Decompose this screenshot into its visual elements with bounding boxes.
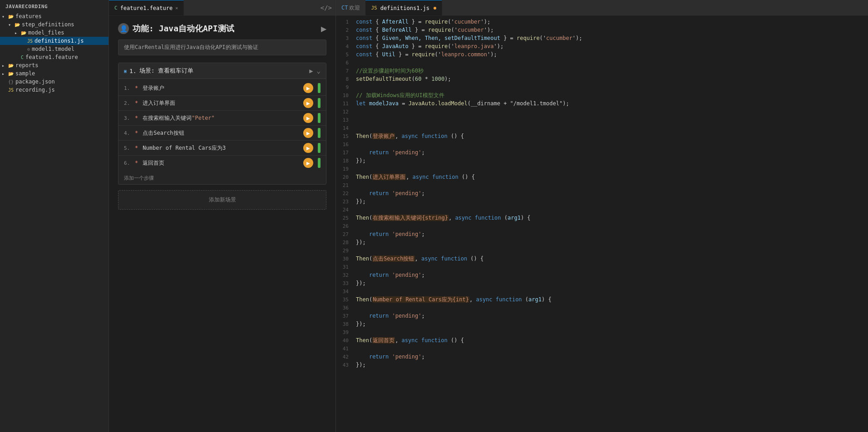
sidebar-item-model1[interactable]: ⊙model1.tmodel <box>0 45 108 53</box>
step-item[interactable]: 6.*返回首页▶ <box>118 156 326 170</box>
step-asterisk: * <box>135 145 138 151</box>
step-number: 1. <box>124 85 131 91</box>
step-run-button[interactable]: ▶ <box>303 98 313 108</box>
ct-icon: CT <box>341 5 348 11</box>
run-scenario-button[interactable]: ▶ <box>309 67 313 74</box>
sidebar-item-recording_js[interactable]: JSrecording.js <box>0 86 108 94</box>
code-line: 37 return 'pending'; <box>336 312 868 320</box>
sidebar: JAVARECORDING ▾📂features▾📂step_definitio… <box>0 0 109 432</box>
step-item[interactable]: 1.*登录账户▶ <box>118 81 326 96</box>
line-number: 24 <box>338 207 356 213</box>
step-green-marker <box>318 128 321 138</box>
code-lines: 1const { AfterAll } = require('cucumber'… <box>336 18 868 369</box>
line-number: 25 <box>338 215 356 221</box>
line-number: 40 <box>338 338 356 344</box>
line-content: return 'pending'; <box>356 272 425 278</box>
line-number: 26 <box>338 223 356 229</box>
feature-header: 👤 功能: Java自动化API测试 ▶ <box>118 23 326 34</box>
code-line: 7//设置步骤超时时间为60秒 <box>336 67 868 75</box>
js-icon: JS <box>8 88 14 93</box>
step-item[interactable]: 4.*点击Search按钮▶ <box>118 126 326 141</box>
sidebar-item-feature1[interactable]: Cfeature1.feature <box>0 53 108 61</box>
sidebar-item-step_definitions[interactable]: ▾📂step_definitions <box>0 20 108 29</box>
code-line: 25Then(在搜索框输入关键词{string}, async function… <box>336 214 868 222</box>
line-number: 17 <box>338 150 356 156</box>
code-line: 34 <box>336 287 868 295</box>
line-content: const { JavaAuto } = require('leanpro.ja… <box>356 43 503 49</box>
sidebar-item-definitions1[interactable]: JSdefinitions1.js <box>0 37 108 45</box>
sidebar-label-reports: reports <box>15 62 39 69</box>
sidebar-item-features[interactable]: ▾📂features <box>0 12 108 20</box>
add-step-button[interactable]: 添加一个步骤 <box>118 172 326 184</box>
code-line: 18}); <box>336 157 868 165</box>
code-line: 13 <box>336 116 868 124</box>
line-number: 30 <box>338 256 356 262</box>
main-area: C feature1.feature ✕ </> 👤 功能: Java自动化AP… <box>109 0 868 432</box>
line-number: 23 <box>338 199 356 205</box>
line-content: }); <box>356 239 366 245</box>
line-number: 32 <box>338 272 356 278</box>
welcome-tab[interactable]: CT 欢迎 <box>336 0 365 15</box>
line-number: 38 <box>338 321 356 327</box>
step-asterisk: * <box>135 115 138 121</box>
scenario-title: ▣ 1. 场景: 查看租车订单 <box>124 67 193 75</box>
line-content: }); <box>356 321 366 327</box>
line-number: 21 <box>338 182 356 188</box>
code-line: 17 return 'pending'; <box>336 148 868 157</box>
scenario-header[interactable]: ▣ 1. 场景: 查看租车订单 ▶ ⌄ <box>118 63 326 79</box>
folder-icon: 📂 <box>8 71 14 76</box>
code-tab-label: definitions1.js <box>380 5 429 11</box>
step-number: 6. <box>124 160 131 166</box>
line-content: }); <box>356 198 366 205</box>
feature-tab[interactable]: C feature1.feature ✕ <box>109 0 184 15</box>
step-run-button[interactable]: ▶ <box>303 128 313 138</box>
step-run-button[interactable]: ▶ <box>303 158 313 168</box>
step-item[interactable]: 3.*在搜索框输入关键词"Peter"▶ <box>118 111 326 126</box>
step-asterisk: * <box>135 130 138 136</box>
line-content: return 'pending'; <box>356 313 425 319</box>
run-feature-button[interactable]: ▶ <box>321 25 326 33</box>
step-run-button[interactable]: ▶ <box>303 113 313 123</box>
step-item[interactable]: 2.*进入订单界面▶ <box>118 96 326 111</box>
line-content: let modelJava = JavaAuto.loadModel(__dir… <box>356 100 569 107</box>
line-content: Then(进入订单界面, async function () { <box>356 173 475 181</box>
line-number: 4 <box>338 44 356 49</box>
sidebar-item-package_json[interactable]: {}package.json <box>0 78 108 86</box>
line-number: 33 <box>338 280 356 286</box>
line-number: 37 <box>338 313 356 319</box>
chevron-icon: ▸ <box>2 71 7 76</box>
sidebar-item-reports[interactable]: ▸📂reports <box>0 61 108 69</box>
scenario-actions: ▶ ⌄ <box>309 67 321 74</box>
chevron-icon: ▾ <box>2 14 7 19</box>
add-scenario-button[interactable]: 添加新场景 <box>118 190 326 210</box>
code-tab-definitions[interactable]: JS definitions1.js <box>365 0 442 15</box>
line-number: 10 <box>338 93 356 98</box>
step-text: 返回首页 <box>143 159 300 167</box>
line-number: 43 <box>338 362 356 368</box>
sidebar-item-model_files[interactable]: ▸📂model_files <box>0 29 108 37</box>
line-content: const { Util } = require('leanpro.common… <box>356 51 497 58</box>
code-line: 26 <box>336 222 868 230</box>
code-toggle-icon[interactable]: </> <box>321 4 332 11</box>
line-number: 2 <box>338 27 356 33</box>
step-run-button[interactable]: ▶ <box>303 143 313 153</box>
code-line: 4const { JavaAuto } = require('leanpro.j… <box>336 42 868 50</box>
step-asterisk: * <box>135 160 138 166</box>
line-number: 19 <box>338 166 356 172</box>
feature-description: 使用CarRental应用进行Java自动化API的测试与验证 <box>118 39 326 55</box>
step-green-marker <box>318 113 321 123</box>
expand-scenario-button[interactable]: ⌄ <box>317 67 321 74</box>
code-line: 12 <box>336 108 868 116</box>
step-item[interactable]: 5.*Number of Rental Cars应为3▶ <box>118 141 326 156</box>
line-number: 29 <box>338 248 356 254</box>
feature-content: 👤 功能: Java自动化API测试 ▶ 使用CarRental应用进行Java… <box>109 16 335 432</box>
folder-icon: 📂 <box>8 14 14 19</box>
code-editor[interactable]: 1const { AfterAll } = require('cucumber'… <box>336 16 868 432</box>
line-content: Then(点击Search按钮, async function () { <box>356 255 483 263</box>
code-line: 27 return 'pending'; <box>336 230 868 238</box>
step-run-button[interactable]: ▶ <box>303 83 313 93</box>
scenario-title-text: 场景: 查看租车订单 <box>139 67 194 75</box>
sidebar-item-sample[interactable]: ▸📂sample <box>0 69 108 78</box>
code-line: 8setDefaultTimeout(60 * 1000); <box>336 75 868 83</box>
feature-tab-close[interactable]: ✕ <box>175 5 178 10</box>
